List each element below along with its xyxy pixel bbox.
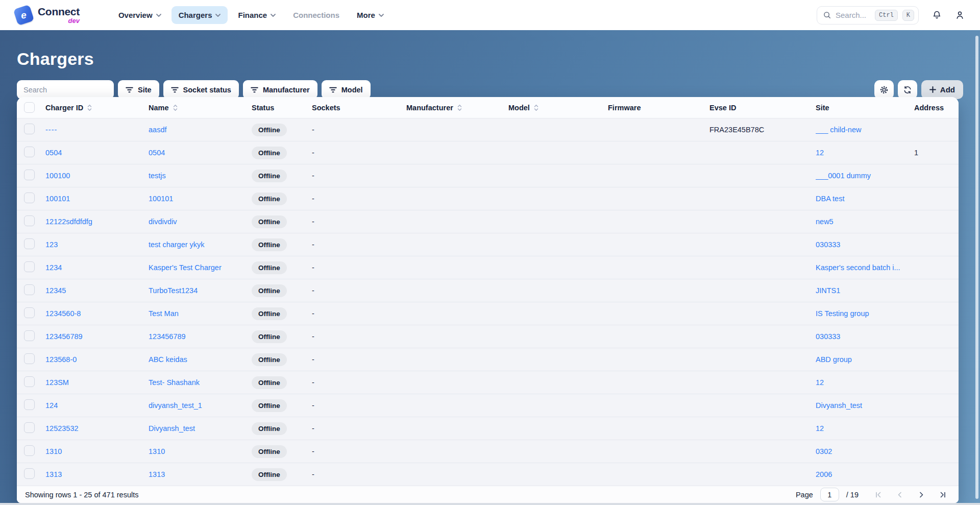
site-link[interactable]: Divyansh_test [816, 401, 862, 410]
row-checkbox[interactable] [24, 422, 35, 433]
charger-id-link[interactable]: 0504 [45, 149, 62, 157]
last-page-button[interactable] [938, 490, 947, 499]
row-checkbox[interactable] [24, 353, 35, 364]
select-all-checkbox[interactable] [24, 102, 35, 113]
charger-id-link[interactable]: 12523532 [45, 424, 79, 432]
charger-name-link[interactable]: testjs [149, 172, 166, 180]
charger-id-link[interactable]: 1234560-8 [45, 309, 81, 318]
sort-icon[interactable] [173, 104, 178, 111]
charger-id-link[interactable]: 124 [45, 401, 58, 410]
charger-id-link[interactable]: 1310 [45, 447, 62, 455]
charger-id-link[interactable]: 1313 [45, 470, 62, 478]
row-checkbox[interactable] [24, 193, 35, 203]
sort-icon[interactable] [457, 104, 462, 111]
site-link[interactable]: 030333 [816, 241, 840, 249]
charger-id-link[interactable]: 100100 [45, 172, 70, 180]
row-checkbox[interactable] [24, 376, 35, 387]
filter-model-button[interactable]: Model [322, 80, 371, 99]
site-link[interactable]: ABD group [816, 355, 852, 364]
row-checkbox[interactable] [24, 124, 35, 134]
site-link[interactable]: Kasper's second batch i... [816, 263, 900, 272]
table-row[interactable]: 123456789 123456789 Offline - 030333 [17, 325, 959, 348]
charger-id-link[interactable]: 123456789 [45, 332, 83, 341]
row-checkbox[interactable] [24, 170, 35, 180]
column-header-manufacturer[interactable]: Manufacturer [406, 104, 508, 112]
table-row[interactable]: 100101 100101 Offline - DBA test [17, 187, 959, 210]
row-checkbox[interactable] [24, 468, 35, 479]
site-link[interactable]: 0302 [816, 447, 832, 455]
charger-id-link[interactable]: 1234 [45, 263, 62, 272]
next-page-button[interactable] [917, 490, 926, 499]
table-row[interactable]: ---- aasdf Offline - FRA23E45B78C ___ ch… [17, 118, 959, 141]
first-page-button[interactable] [874, 490, 883, 499]
charger-name-link[interactable]: aasdf [149, 126, 166, 134]
column-header-name[interactable]: Name [149, 104, 252, 112]
site-link[interactable]: ___ child-new [816, 126, 861, 134]
charger-name-link[interactable]: 1310 [149, 447, 165, 455]
page-number-input[interactable] [820, 488, 839, 501]
previous-page-button[interactable] [895, 490, 904, 499]
charger-id-link[interactable]: 12345 [45, 286, 66, 295]
column-header-charger-id[interactable]: Charger ID [45, 104, 149, 112]
table-row[interactable]: 123SM Test- Shashank Offline - 12 [17, 371, 959, 394]
row-checkbox[interactable] [24, 399, 35, 410]
row-checkbox[interactable] [24, 330, 35, 341]
filter-site-button[interactable]: Site [118, 80, 159, 99]
nav-item-chargers[interactable]: Chargers [172, 6, 228, 24]
charger-id-link[interactable]: 123 [45, 241, 58, 249]
site-link[interactable]: DBA test [816, 195, 844, 203]
site-link[interactable]: 030333 [816, 332, 840, 341]
notifications-button[interactable] [932, 10, 942, 20]
table-search-input[interactable] [17, 80, 114, 99]
row-checkbox[interactable] [24, 261, 35, 272]
site-link[interactable]: 12 [816, 424, 824, 432]
vertical-scrollbar[interactable] [975, 36, 978, 499]
user-menu-button[interactable] [955, 10, 965, 20]
table-row[interactable]: 1234 Kasper's Test Charger Offline - Kas… [17, 256, 959, 279]
charger-name-link[interactable]: 1313 [149, 470, 165, 478]
charger-id-link[interactable]: 123SM [45, 378, 69, 387]
table-row[interactable]: 123568-0 ABC keidas Offline - ABD group [17, 348, 959, 371]
charger-name-link[interactable]: Kasper's Test Charger [149, 263, 222, 272]
global-search-input[interactable]: Search... Ctrl K [817, 6, 919, 25]
site-link[interactable]: 2006 [816, 470, 832, 478]
site-link[interactable]: new5 [816, 218, 834, 226]
charger-name-link[interactable]: 123456789 [149, 332, 186, 341]
charger-name-link[interactable]: 100101 [149, 195, 173, 203]
site-link[interactable]: 12 [816, 149, 824, 157]
filter-socket-status-button[interactable]: Socket status [163, 80, 239, 99]
site-link[interactable]: JINTS1 [816, 286, 840, 295]
table-row[interactable]: 124 divyansh_test_1 Offline - Divyansh_t… [17, 394, 959, 417]
app-logo[interactable]: e Connect dev [15, 6, 80, 24]
site-link[interactable]: 12 [816, 378, 824, 387]
nav-item-overview[interactable]: Overview [111, 6, 168, 24]
table-row[interactable]: 12345 TurboTest1234 Offline - JINTS1 [17, 279, 959, 302]
table-row[interactable]: 100100 testjs Offline - ___0001 dummy [17, 164, 959, 187]
sort-icon[interactable] [533, 104, 539, 111]
charger-id-link[interactable]: 100101 [45, 195, 70, 203]
table-row[interactable]: 0504 0504 Offline - 12 1 [17, 141, 959, 164]
row-checkbox[interactable] [24, 284, 35, 295]
table-row[interactable]: 12523532 Divyansh_test Offline - 12 [17, 417, 959, 440]
charger-name-link[interactable]: divyansh_test_1 [149, 401, 202, 410]
charger-id-link[interactable]: ---- [45, 126, 57, 134]
add-charger-button[interactable]: Add [921, 80, 963, 99]
column-header-model[interactable]: Model [508, 104, 608, 112]
charger-name-link[interactable]: 0504 [149, 149, 165, 157]
charger-name-link[interactable]: TurboTest1234 [149, 286, 198, 295]
site-link[interactable]: ___0001 dummy [816, 172, 871, 180]
table-row[interactable]: 1310 1310 Offline - 0302 [17, 440, 959, 463]
row-checkbox[interactable] [24, 238, 35, 249]
charger-id-link[interactable]: 12122sdfdfdfg [45, 218, 92, 226]
site-link[interactable]: IS Testing group [816, 309, 869, 318]
nav-item-connections[interactable]: Connections [286, 6, 347, 24]
refresh-button[interactable] [898, 80, 917, 99]
table-row[interactable]: 1234560-8 Test Man Offline - IS Testing … [17, 302, 959, 325]
row-checkbox[interactable] [24, 147, 35, 157]
charger-name-link[interactable]: test charger ykyk [149, 241, 205, 249]
table-row[interactable]: 123 test charger ykyk Offline - 030333 [17, 233, 959, 256]
table-row[interactable]: 1313 1313 Offline - 2006 [17, 463, 959, 486]
filter-manufacturer-button[interactable]: Manufacturer [243, 80, 317, 99]
nav-item-more[interactable]: More [350, 6, 391, 24]
table-settings-button[interactable] [874, 80, 894, 99]
